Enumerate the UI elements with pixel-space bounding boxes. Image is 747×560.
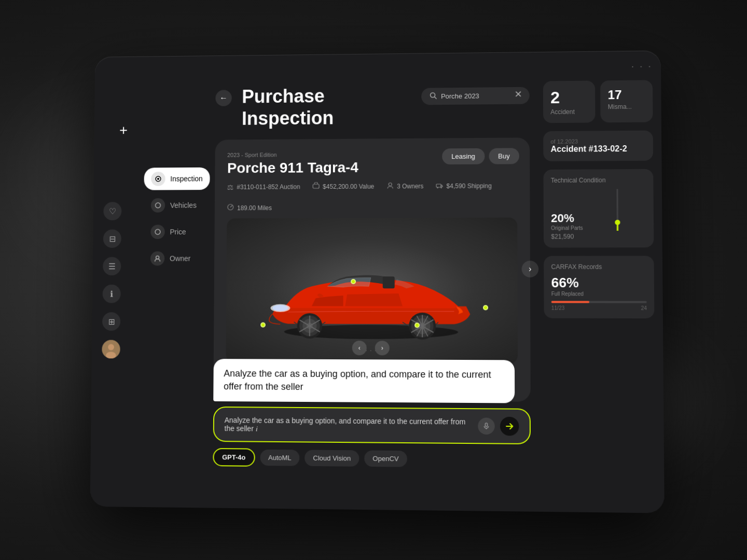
- damage-dot-2: [351, 279, 356, 284]
- car-image-container: ‹ ›: [226, 218, 518, 364]
- spec-shipping: $4,590 Shipping: [436, 181, 492, 190]
- svg-rect-10: [313, 185, 319, 189]
- carfax-card: CARFAX Records 66% Full Replaced 11/23 2…: [544, 256, 654, 318]
- sidebar-grid-icon[interactable]: ⊞: [102, 312, 120, 331]
- mismatch-stat-card: 17 Misma...: [600, 80, 653, 122]
- accident-stat-card: 2 Accident: [543, 81, 596, 123]
- carfax-percent: 66%: [551, 275, 647, 291]
- chat-dots: · · ·: [214, 345, 531, 356]
- shipping-value: $4,590 Shipping: [447, 182, 492, 189]
- svg-line-9: [434, 97, 436, 99]
- add-new-button[interactable]: +: [119, 122, 128, 138]
- svg-point-7: [156, 256, 159, 259]
- svg-point-6: [155, 229, 160, 234]
- back-arrow-icon: ←: [219, 93, 228, 103]
- miles-value: 189.00 Miles: [237, 204, 272, 212]
- svg-point-13: [437, 187, 438, 188]
- tablet-wrapper: ♡ ⊟ ☰ ℹ ⊞ +: [0, 0, 747, 560]
- auction-value: #3110-011-852 Auction: [237, 183, 300, 190]
- nav-price-label: Price: [170, 228, 186, 236]
- chip-gpt4o[interactable]: GPT-4o: [213, 448, 255, 467]
- carfax-sublabel: Full Replaced: [551, 291, 647, 297]
- chat-bubble: Analyze the car as a buying option, and …: [213, 359, 515, 403]
- auction-icon: ⚖: [227, 183, 234, 191]
- tech-price: $21,590: [551, 233, 646, 241]
- tech-gauge: [589, 189, 646, 231]
- close-button[interactable]: ✕: [511, 88, 524, 101]
- value-icon: [312, 183, 320, 191]
- price-icon: [150, 225, 165, 239]
- sidebar-folder-icon[interactable]: ⊟: [103, 229, 121, 247]
- car-image-bg: ‹ ›: [226, 218, 518, 364]
- left-nav: Inspection Vehicles Price: [143, 167, 210, 270]
- action-buttons: Leasing Buy: [442, 148, 519, 165]
- svg-point-14: [441, 187, 442, 188]
- carfax-dates: 11/23 24: [551, 305, 647, 311]
- car-specs: ⚖ #3110-011-852 Auction $452,200.00 Valu…: [227, 181, 517, 213]
- svg-point-5: [156, 203, 161, 208]
- back-button[interactable]: ←: [215, 90, 231, 106]
- send-button[interactable]: [500, 417, 519, 436]
- leasing-button[interactable]: Leasing: [442, 148, 485, 164]
- sidebar-menu-icon[interactable]: ☰: [103, 257, 121, 275]
- mismatch-label: Misma...: [608, 103, 645, 111]
- chip-automl[interactable]: AutoML: [260, 450, 300, 466]
- owner-icon: [150, 251, 165, 266]
- carfax-bar-fill: [551, 301, 589, 303]
- chat-message-text: Analyze the car as a buying option, and …: [224, 368, 491, 392]
- page-header: ← Purchase Inspection Porche 2023: [215, 83, 530, 130]
- chip-cloudvision[interactable]: Cloud Vision: [305, 450, 359, 467]
- nav-item-inspection[interactable]: Inspection: [144, 167, 210, 190]
- accident-detail-card: of 12.2023 Accident #133-02-2: [543, 131, 653, 162]
- carfax-date-start: 11/23: [551, 305, 565, 311]
- spec-miles: 189.00 Miles: [227, 204, 272, 213]
- search-icon: [430, 92, 437, 101]
- nav-owner-label: Owner: [170, 255, 190, 263]
- main-content: ← Purchase Inspection Porche 2023 ✕: [213, 83, 531, 480]
- accident-label: Accident: [550, 108, 588, 116]
- nav-item-price[interactable]: Price: [144, 220, 210, 243]
- right-panel: · · · 2 Accident 17 Misma... of 12.2023 …: [535, 50, 665, 513]
- input-bar[interactable]: Analyze the car as a buying option, and …: [213, 407, 531, 444]
- nav-vehicles-label: Vehicles: [170, 201, 197, 209]
- tech-percent: 20%: [551, 212, 583, 225]
- right-panel-dots: · · ·: [543, 61, 653, 73]
- carfax-date-end: 24: [641, 305, 647, 311]
- stats-row: 2 Accident 17 Misma...: [543, 80, 653, 123]
- buy-button[interactable]: Buy: [489, 148, 519, 164]
- vehicles-icon: [151, 198, 165, 213]
- user-avatar[interactable]: [102, 340, 120, 359]
- nav-item-vehicles[interactable]: Vehicles: [144, 194, 210, 217]
- left-sidebar: ♡ ⊟ ☰ ℹ ⊞: [102, 202, 121, 358]
- nav-item-owner[interactable]: Owner: [143, 247, 209, 270]
- car-value: $452,200.00 Value: [323, 183, 374, 190]
- tablet-screen: ♡ ⊟ ☰ ℹ ⊞ +: [90, 50, 665, 513]
- nav-inspection-label: Inspection: [170, 175, 202, 183]
- inspection-icon: [151, 172, 165, 186]
- technical-condition-card: Technical Condition 20% Original Parts $…: [544, 169, 654, 248]
- svg-rect-12: [437, 184, 441, 187]
- sidebar-info-icon[interactable]: ℹ: [102, 285, 120, 303]
- svg-rect-36: [485, 423, 487, 427]
- tech-title: Technical Condition: [551, 176, 646, 184]
- accident-id: Accident #133-02-2: [551, 144, 646, 154]
- svg-point-11: [389, 183, 392, 186]
- carfax-bar: [551, 301, 647, 303]
- spec-owners: 3 Owners: [386, 182, 423, 191]
- shipping-icon: [436, 181, 444, 190]
- model-chips: GPT-4o AutoML Cloud Vision OpenCV: [213, 448, 531, 469]
- owners-icon: [386, 182, 394, 191]
- svg-point-4: [157, 178, 159, 180]
- owners-value: 3 Owners: [397, 183, 423, 190]
- search-query: Porche 2023: [441, 92, 479, 101]
- svg-point-19: [272, 305, 288, 311]
- chip-opencv[interactable]: OpenCV: [364, 451, 407, 467]
- miles-icon: [227, 204, 234, 213]
- sidebar-heart-icon[interactable]: ♡: [103, 202, 121, 220]
- svg-rect-17: [383, 277, 395, 289]
- chat-input[interactable]: Analyze the car as a buying option, and …: [225, 416, 473, 435]
- mic-button[interactable]: [478, 417, 495, 435]
- chat-area: · · · Analyze the car as a buying option…: [213, 345, 531, 469]
- carfax-title: CARFAX Records: [551, 263, 646, 271]
- spec-value: $452,200.00 Value: [312, 182, 374, 191]
